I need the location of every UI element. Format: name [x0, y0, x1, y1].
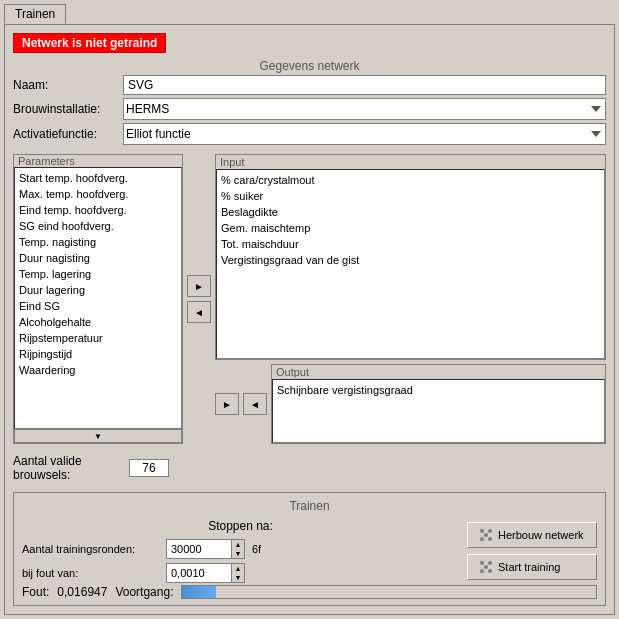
params-scroll-down[interactable]: ▼ [14, 429, 182, 443]
status-badge: Netwerk is niet getraind [13, 33, 166, 53]
fout-static-label: Fout: [22, 585, 49, 599]
params-list-inner: Start temp. hoofdverg. Max. temp. hoofdv… [14, 167, 182, 429]
naam-input[interactable] [123, 75, 606, 95]
list-item[interactable]: Alcoholgehalte [17, 314, 179, 330]
right-section: Input % cara/crystalmout % suiker Beslag… [215, 154, 606, 444]
svg-point-8 [488, 569, 492, 573]
list-item[interactable]: % suiker [219, 188, 602, 204]
svg-point-5 [480, 561, 484, 565]
bij-fout-label: bij fout van: [22, 567, 162, 579]
params-section: Parameters Start temp. hoofdverg. Max. t… [13, 154, 606, 444]
aantal-valide-label: Aantal valide brouwsels: [13, 454, 123, 482]
start-training-label: Start training [498, 561, 560, 573]
training-inner: Stoppen na: Aantal trainingsronden: ▲ ▼ … [22, 519, 597, 583]
training-title: Trainen [22, 499, 597, 513]
parameters-title: Parameters [14, 155, 182, 167]
svg-point-3 [488, 537, 492, 541]
param-to-input-arrows: ► ◄ [183, 154, 215, 444]
aantal-ronden-spinner: ▲ ▼ [166, 539, 246, 559]
list-item[interactable]: Start temp. hoofdverg. [17, 170, 179, 186]
add-to-output-button[interactable]: ► [215, 393, 239, 415]
bij-fout-spin-arrows: ▲ ▼ [231, 563, 245, 583]
bij-fout-down[interactable]: ▼ [232, 573, 244, 582]
progress-bar-fill [182, 586, 215, 598]
tab-trainen[interactable]: Trainen [4, 4, 66, 24]
herbouw-netwerk-label: Herbouw netwerk [498, 529, 584, 541]
activatiefunctie-label: Activatiefunctie: [13, 127, 123, 141]
activatiefunctie-select[interactable]: Elliot functie [123, 123, 606, 145]
content-area: Netwerk is niet getraind Gegevens netwer… [4, 24, 615, 615]
remove-from-input-button[interactable]: ◄ [187, 301, 211, 323]
list-item[interactable]: Schijnbare vergistingsgraad [275, 382, 602, 398]
herbouw-netwerk-button[interactable]: Herbouw netwerk [467, 522, 597, 548]
parameters-panel: Parameters Start temp. hoofdverg. Max. t… [13, 154, 183, 444]
list-item[interactable]: Duur nagisting [17, 250, 179, 266]
input-title: Input [216, 155, 605, 169]
svg-point-6 [488, 561, 492, 565]
list-item[interactable]: SG eind hoofdverg. [17, 218, 179, 234]
brouwinstallatie-select[interactable]: HERMS [123, 98, 606, 120]
list-item[interactable]: Rijpstemperatuur [17, 330, 179, 346]
training-right: Herbouw netwerk Start tra [467, 519, 597, 583]
network-section-title: Gegevens netwerk [13, 59, 606, 73]
list-item[interactable]: Gem. maischtemp [219, 220, 602, 236]
list-item[interactable]: Duur lagering [17, 282, 179, 298]
svg-point-0 [480, 529, 484, 533]
input-list[interactable]: % cara/crystalmout % suiker Beslagdikte … [216, 169, 605, 359]
list-item[interactable]: Waardering [17, 362, 179, 378]
aantal-ronden-input[interactable] [166, 539, 231, 559]
remove-from-output-button[interactable]: ◄ [243, 393, 267, 415]
naam-row: Naam: [13, 75, 606, 95]
list-item[interactable]: Temp. nagisting [17, 234, 179, 250]
list-item[interactable]: Max. temp. hoofdverg. [17, 186, 179, 202]
svg-point-4 [484, 533, 488, 537]
aantal-ronden-up[interactable]: ▲ [232, 540, 244, 549]
brouwinstallatie-row: Brouwinstallatie: HERMS [13, 98, 606, 120]
herbouw-icon [478, 527, 494, 543]
training-section: Trainen Stoppen na: Aantal trainingsrond… [13, 492, 606, 606]
stoppen-na-label: Stoppen na: [22, 519, 459, 533]
network-section: Gegevens netwerk Naam: Brouwinstallatie:… [13, 59, 606, 148]
aantal-ronden-row: Aantal trainingsronden: ▲ ▼ 6f [22, 539, 459, 559]
svg-point-2 [480, 537, 484, 541]
aantal-ronden-down[interactable]: ▼ [232, 549, 244, 558]
brouwinstallatie-label: Brouwinstallatie: [13, 102, 123, 116]
bij-fout-up[interactable]: ▲ [232, 564, 244, 573]
aantal-ronden-suffix: 6f [252, 543, 261, 555]
footer-row: Fout: 0,016947 Voortgang: [22, 585, 597, 599]
list-item[interactable]: Eind temp. hoofdverg. [17, 202, 179, 218]
aantal-valide-input[interactable] [129, 459, 169, 477]
fout-value: 0,016947 [57, 585, 107, 599]
bij-fout-input[interactable] [166, 563, 231, 583]
aantal-valide-row: Aantal valide brouwsels: [13, 454, 606, 482]
parameters-list[interactable]: Start temp. hoofdverg. Max. temp. hoofdv… [14, 167, 182, 429]
input-panel: Input % cara/crystalmout % suiker Beslag… [215, 154, 606, 360]
output-list[interactable]: Schijnbare vergistingsgraad [272, 379, 605, 443]
activatiefunctie-row: Activatiefunctie: Elliot functie [13, 123, 606, 145]
main-window: Trainen Netwerk is niet getraind Gegeven… [0, 0, 619, 619]
list-item[interactable]: Rijpingstijd [17, 346, 179, 362]
list-item[interactable]: Eind SG [17, 298, 179, 314]
voortgang-label: Voortgang: [115, 585, 173, 599]
svg-point-1 [488, 529, 492, 533]
bij-fout-spinner: ▲ ▼ [166, 563, 246, 583]
param-to-output-arrows: ► ◄ Output Schijnbare vergistingsgraad [215, 364, 606, 444]
start-training-button[interactable]: Start training [467, 554, 597, 580]
list-item[interactable]: Tot. maischduur [219, 236, 602, 252]
training-left: Stoppen na: Aantal trainingsronden: ▲ ▼ … [22, 519, 459, 583]
output-panel: Output Schijnbare vergistingsgraad [271, 364, 606, 444]
aantal-ronden-spin-arrows: ▲ ▼ [231, 539, 245, 559]
tab-bar: Trainen [0, 0, 619, 24]
list-item[interactable]: Temp. lagering [17, 266, 179, 282]
add-to-input-button[interactable]: ► [187, 275, 211, 297]
aantal-ronden-label: Aantal trainingsronden: [22, 543, 162, 555]
list-item[interactable]: Beslagdikte [219, 204, 602, 220]
start-icon [478, 559, 494, 575]
bij-fout-row: bij fout van: ▲ ▼ [22, 563, 459, 583]
list-item[interactable]: Vergistingsgraad van de gist [219, 252, 602, 268]
svg-point-9 [484, 565, 488, 569]
output-title: Output [272, 365, 605, 379]
naam-label: Naam: [13, 78, 123, 92]
list-item[interactable]: % cara/crystalmout [219, 172, 602, 188]
progress-bar-container [181, 585, 597, 599]
